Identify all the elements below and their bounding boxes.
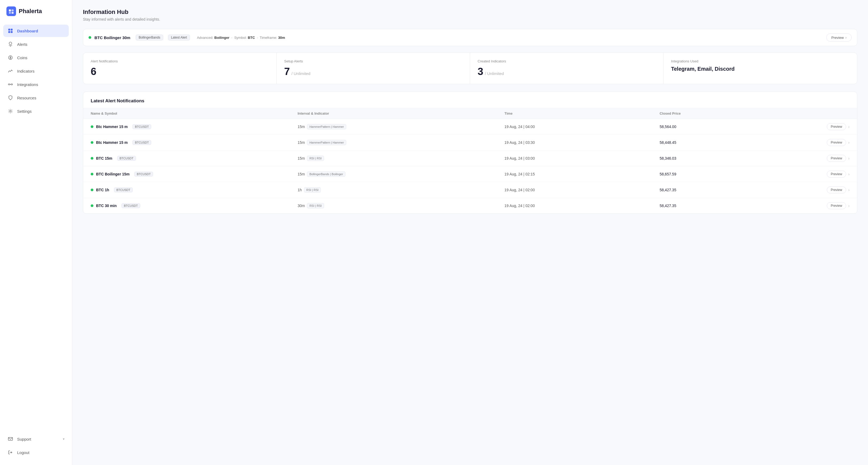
row-price: 58,564.00 <box>659 124 815 129</box>
alerts-icon <box>7 41 13 47</box>
sidebar-item-support[interactable]: Support ▾ <box>3 433 69 445</box>
sidebar-item-logout[interactable]: Logout <box>3 446 69 459</box>
row-preview-button[interactable]: Preview <box>827 139 846 146</box>
svg-rect-7 <box>11 31 12 33</box>
sidebar-item-integrations[interactable]: Integrations <box>3 78 69 90</box>
sidebar-label-logout: Logout <box>17 450 29 455</box>
row-time: 19 Aug, 24 | 02:15 <box>504 172 659 176</box>
table-row: Btc Hammer 15 m BTCUSDT 15m HammerPatter… <box>83 119 857 135</box>
stat-setup-alerts: Setup Alerts 7 / Unlimited <box>277 53 470 84</box>
sidebar-item-resources[interactable]: Resources <box>3 92 69 104</box>
stats-row: Alert Notifications 6 Setup Alerts 7 / U… <box>83 53 857 84</box>
row-indicator-tag: RSI | RSI <box>307 156 324 161</box>
row-preview-button[interactable]: Preview <box>827 123 846 130</box>
sidebar-label-dashboard: Dashboard <box>17 29 38 33</box>
coins-icon: ₿ <box>7 55 13 61</box>
row-symbol-tag: BTCUSDT <box>114 187 133 192</box>
svg-rect-4 <box>8 29 10 31</box>
row-interval: 15m <box>298 156 305 161</box>
row-symbol-tag: BTCUSDT <box>117 156 136 161</box>
table-rows-container: Btc Hammer 15 m BTCUSDT 15m HammerPatter… <box>83 119 857 213</box>
table-row: Btc Hammer 15 m BTCUSDT 15m HammerPatter… <box>83 135 857 150</box>
sidebar-item-settings[interactable]: Settings <box>3 105 69 117</box>
support-icon <box>7 436 13 442</box>
row-preview-button[interactable]: Preview <box>827 171 846 178</box>
col-header-indicator: Interval & Indicator <box>298 111 504 115</box>
row-active-dot <box>91 173 93 175</box>
row-preview-button[interactable]: Preview <box>827 155 846 162</box>
row-price: 58,657.59 <box>659 172 815 176</box>
row-interval-cell: 1h RSI | RSI <box>298 187 504 193</box>
row-symbol-tag: BTCUSDT <box>132 140 151 145</box>
row-name-cell: Btc Hammer 15 m BTCUSDT <box>91 140 298 145</box>
row-interval: 30m <box>298 204 305 208</box>
row-active-dot <box>91 141 93 144</box>
sidebar-bottom: Support ▾ Logout <box>0 433 72 459</box>
row-indicator-tag: HammerPattern | Hammer <box>307 124 346 129</box>
svg-point-8 <box>9 42 12 45</box>
alert-banner-name: BTC Boilinger 30m <box>94 35 130 40</box>
row-chevron-icon[interactable]: › <box>848 124 849 129</box>
row-chevron-icon[interactable]: › <box>848 172 849 176</box>
alert-banner-preview-button[interactable]: Preview › <box>826 33 852 41</box>
row-name: BTC 15m <box>96 156 113 161</box>
row-action-cell: Preview › <box>815 186 849 194</box>
logo-text: Phalerta <box>19 8 42 15</box>
row-name-cell: BTC 1h BTCUSDT <box>91 187 298 192</box>
row-name: BTC Boilinger 15m <box>96 172 129 176</box>
row-symbol-tag: BTCUSDT <box>132 124 151 129</box>
page-title: Information Hub <box>83 8 857 16</box>
sidebar-item-dashboard[interactable]: Dashboard <box>3 25 69 37</box>
alert-meta-advanced: Advanced: Boilinger · Symbol: BTC · Time… <box>197 36 285 40</box>
stat-value-3: Telegram, Email, Discord <box>671 66 849 72</box>
table-row: BTC 30 min BTCUSDT 30m RSI | RSI 19 Aug,… <box>83 198 857 213</box>
row-chevron-icon[interactable]: › <box>848 140 849 145</box>
row-interval: 1h <box>298 188 302 192</box>
preview-chevron-icon: › <box>845 35 846 40</box>
stat-label-0: Alert Notifications <box>91 59 269 63</box>
indicators-icon <box>7 68 13 74</box>
row-active-dot <box>91 125 93 128</box>
row-name: BTC 1h <box>96 188 109 192</box>
row-preview-button[interactable]: Preview <box>827 186 846 194</box>
svg-point-9 <box>10 46 11 47</box>
support-chevron: ▾ <box>63 437 64 441</box>
main-content: Information Hub Stay informed with alert… <box>72 0 868 465</box>
sidebar-label-resources: Resources <box>17 96 36 100</box>
stat-alert-notifications: Alert Notifications 6 <box>83 53 277 84</box>
logo-icon <box>6 6 16 16</box>
svg-rect-12 <box>8 84 10 85</box>
stat-value-1: 7 / Unlimited <box>284 66 462 78</box>
stat-created-indicators: Created Indicators 3 / Unlimited <box>470 53 663 84</box>
row-time: 19 Aug, 24 | 03:30 <box>504 140 659 145</box>
sidebar-label-coins: Coins <box>17 55 27 60</box>
col-header-action <box>815 111 849 115</box>
row-time: 19 Aug, 24 | 03:00 <box>504 156 659 161</box>
page-header: Information Hub Stay informed with alert… <box>83 8 857 22</box>
resources-icon <box>7 95 13 101</box>
row-indicator-tag: BollingerBands | Boilinger <box>307 171 345 177</box>
row-chevron-icon[interactable]: › <box>848 204 849 208</box>
table-row: BTC 15m BTCUSDT 15m RSI | RSI 19 Aug, 24… <box>83 150 857 166</box>
row-name: Btc Hammer 15 m <box>96 124 128 129</box>
svg-point-15 <box>10 110 11 112</box>
row-price: 58,427.35 <box>659 188 815 192</box>
row-preview-button[interactable]: Preview <box>827 202 846 209</box>
sidebar-item-alerts[interactable]: Alerts <box>3 38 69 50</box>
stat-label-1: Setup Alerts <box>284 59 462 63</box>
alert-tag-bollinger: BollingerBands <box>136 34 163 40</box>
row-indicator-tag: RSI | RSI <box>304 187 321 193</box>
row-chevron-icon[interactable]: › <box>848 188 849 192</box>
dashboard-icon <box>7 28 13 34</box>
row-action-cell: Preview › <box>815 171 849 178</box>
row-name-cell: BTC Boilinger 15m BTCUSDT <box>91 172 298 176</box>
row-chevron-icon[interactable]: › <box>848 156 849 161</box>
logo-area: Phalerta <box>0 6 72 25</box>
row-interval-cell: 15m RSI | RSI <box>298 156 504 161</box>
row-indicator-tag: HammerPattern | Hammer <box>307 140 346 145</box>
row-price: 58,427.35 <box>659 204 815 208</box>
sidebar-item-coins[interactable]: ₿ Coins <box>3 52 69 64</box>
row-active-dot <box>91 157 93 159</box>
row-symbol-tag: BTCUSDT <box>122 203 140 208</box>
sidebar-item-indicators[interactable]: Indicators <box>3 65 69 77</box>
